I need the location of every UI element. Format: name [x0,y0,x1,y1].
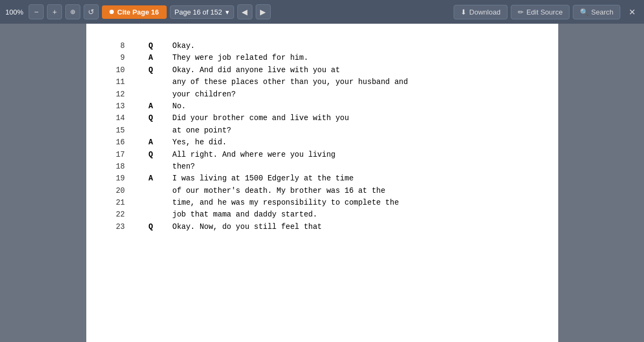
speech-text: Okay. [173,40,537,52]
cite-label: Cite Page 16 [117,8,159,16]
line-number: 14 [108,112,129,124]
download-button[interactable]: ⬇ Download [454,5,508,19]
document-area: 8QOkay.9AThey were job related for him.1… [0,24,644,342]
speaker-label: A [129,52,173,64]
line-number: 18 [108,160,129,172]
transcript-line: 15at one point? [108,124,537,136]
transcript-line: 9AThey were job related for him. [108,52,537,64]
toolbar: 100% − + ⊕ ↺ Cite Page 16 Page 16 of 152… [0,0,644,24]
transcript-line: 18then? [108,160,537,172]
speaker-label: A [129,100,173,112]
speech-text: of our mother's death. My brother was 16… [173,185,537,197]
transcript-line: 21time, and he was my responsibility to … [108,197,537,208]
cite-dot [109,10,114,14]
line-number: 23 [108,221,129,233]
zoom-out-button[interactable]: − [29,4,44,19]
line-number: 16 [108,136,129,148]
transcript-line: 14QDid your brother come and live with y… [108,112,537,124]
document-page: 8QOkay.9AThey were job related for him.1… [86,24,558,342]
zoom-percent: 100% [5,8,23,16]
speech-text: All right. And where were you living [173,149,537,160]
line-number: 22 [108,208,129,220]
speaker-label: Q [129,112,173,124]
line-number: 10 [108,64,129,76]
line-number: 20 [108,185,129,197]
edit-source-label: Edit Source [526,8,563,16]
refresh-button[interactable]: ↺ [84,4,99,19]
transcript-line: 23QOkay. Now, do you still feel that [108,221,537,233]
line-number: 17 [108,149,129,160]
speech-text: Yes, he did. [173,136,537,148]
speaker-label: Q [129,40,173,52]
page-selector[interactable]: Page 16 of 152 ▾ [170,5,234,19]
transcript-line: 11any of these places other than you, yo… [108,76,537,88]
transcript-line: 20of our mother's death. My brother was … [108,185,537,197]
line-number: 19 [108,172,129,184]
line-number: 21 [108,197,129,208]
prev-page-button[interactable]: ◀ [237,4,252,19]
line-number: 8 [108,40,129,52]
line-number: 11 [108,76,129,88]
speech-text: No. [173,100,537,112]
close-button[interactable]: × [626,6,639,18]
fit-button[interactable]: ⊕ [65,4,80,19]
speech-text: They were job related for him. [173,52,537,64]
speaker-label: Q [129,221,173,233]
edit-icon: ✏ [518,8,524,16]
line-number: 15 [108,124,129,136]
speaker-label: Q [129,64,173,76]
speaker-label: A [129,172,173,184]
transcript-line: 12your children? [108,88,537,100]
download-icon: ⬇ [461,8,467,16]
search-button[interactable]: 🔍 Search [573,5,620,19]
transcript-line: 22job that mama and daddy started. [108,208,537,220]
search-label: Search [591,8,613,16]
speech-text: Did your brother come and live with you [173,112,537,124]
transcript-line: 19AI was living at 1500 Edgerly at the t… [108,172,537,184]
edit-source-button[interactable]: ✏ Edit Source [511,5,570,19]
transcript-line: 16AYes, he did. [108,136,537,148]
speaker-label: Q [129,149,173,160]
line-number: 9 [108,52,129,64]
speech-text: then? [173,160,537,172]
page-selector-text: Page 16 of 152 [175,8,222,16]
chevron-down-icon: ▾ [225,8,229,16]
speech-text: time, and he was my responsibility to co… [173,197,537,208]
speech-text: I was living at 1500 Edgerly at the time [173,172,537,184]
speech-text: Okay. And did anyone live with you at [173,64,537,76]
zoom-in-button[interactable]: + [47,4,62,19]
search-icon: 🔍 [580,8,588,16]
line-number: 12 [108,88,129,100]
line-number: 13 [108,100,129,112]
speech-text: your children? [173,88,537,100]
speech-text: any of these places other than you, your… [173,76,537,88]
download-label: Download [469,8,501,16]
next-page-button[interactable]: ▶ [256,4,271,19]
transcript-line: 13ANo. [108,100,537,112]
speech-text: at one point? [173,124,537,136]
transcript-line: 8QOkay. [108,40,537,52]
speaker-label: A [129,136,173,148]
cite-page-button[interactable]: Cite Page 16 [102,5,166,19]
speech-text: Okay. Now, do you still feel that [173,221,537,233]
transcript-line: 17QAll right. And where were you living [108,149,537,160]
transcript-line: 10QOkay. And did anyone live with you at [108,64,537,76]
speech-text: job that mama and daddy started. [173,208,537,220]
